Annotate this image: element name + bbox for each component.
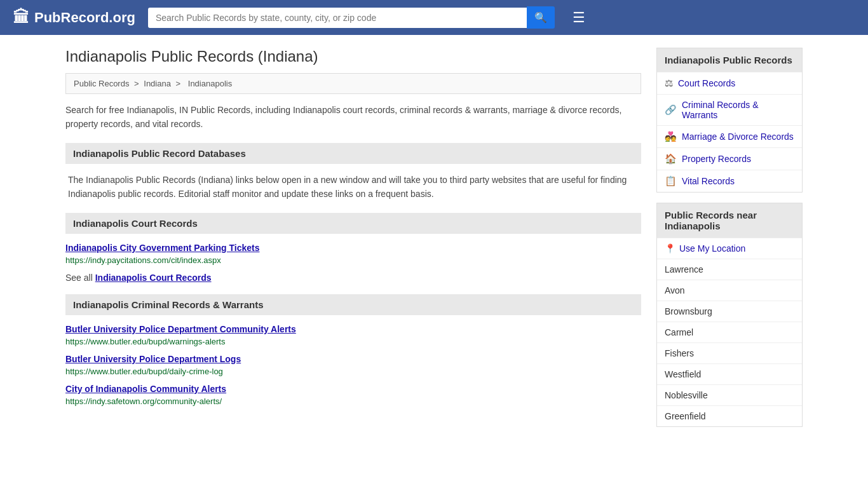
sidebar-box-nearby: Public Records near Indianapolis 📍 Use M… bbox=[656, 203, 803, 427]
page-title: Indianapolis Public Records (Indiana) bbox=[65, 48, 641, 65]
criminal-url-2: https://indy.safetown.org/community-aler… bbox=[65, 396, 641, 406]
main-container: Indianapolis Public Records (Indiana) Pu… bbox=[53, 35, 815, 450]
sidebar-use-location[interactable]: 📍 Use My Location bbox=[657, 238, 802, 259]
sidebar-nearby-carmel[interactable]: Carmel bbox=[657, 322, 802, 342]
use-location-label: Use My Location bbox=[679, 243, 745, 254]
court-link-0[interactable]: Indianapolis City Government Parking Tic… bbox=[65, 243, 641, 253]
marriage-icon: 💑 bbox=[665, 131, 677, 142]
hamburger-button[interactable]: ☰ bbox=[573, 10, 585, 26]
sidebar-vital-label: Vital Records bbox=[682, 176, 735, 186]
sidebar-property-label: Property Records bbox=[682, 154, 751, 164]
databases-header: Indianapolis Public Record Databases bbox=[65, 143, 641, 164]
logo[interactable]: 🏛 PubRecord.org bbox=[13, 8, 135, 27]
breadcrumb-indiana[interactable]: Indiana bbox=[144, 79, 171, 88]
logo-icon: 🏛 bbox=[13, 8, 29, 27]
sidebar-nearby-lawrence[interactable]: Lawrence bbox=[657, 259, 802, 280]
court-icon: ⚖ bbox=[665, 78, 673, 89]
header: 🏛 PubRecord.org 🔍 ☰ bbox=[0, 0, 868, 35]
location-pin-icon: 📍 bbox=[665, 243, 675, 254]
logo-text: PubRecord.org bbox=[34, 10, 135, 26]
court-url-0: https://indy.paycitations.com/cit/index.… bbox=[65, 255, 641, 265]
sidebar-nearby-noblesville[interactable]: Noblesville bbox=[657, 384, 802, 405]
criminal-url-0: https://www.butler.edu/bupd/warnings-ale… bbox=[65, 337, 641, 346]
see-all-court-link[interactable]: Indianapolis Court Records bbox=[95, 273, 212, 283]
criminal-icon: 🔗 bbox=[665, 104, 677, 116]
breadcrumb-public-records[interactable]: Public Records bbox=[74, 79, 129, 88]
sidebar-nearby-title: Public Records near Indianapolis bbox=[657, 203, 802, 238]
property-icon: 🏠 bbox=[665, 153, 677, 165]
sidebar-nearby-fishers[interactable]: Fishers bbox=[657, 342, 802, 363]
databases-desc: The Indianapolis Public Records (Indiana… bbox=[65, 173, 641, 201]
breadcrumb-sep-1: > bbox=[134, 79, 141, 88]
search-container: 🔍 bbox=[148, 6, 555, 29]
sidebar-marriage-label: Marriage & Divorce Records bbox=[682, 132, 794, 142]
sidebar-nearby-avon[interactable]: Avon bbox=[657, 280, 802, 301]
content-area: Indianapolis Public Records (Indiana) Pu… bbox=[65, 48, 641, 437]
sidebar-item-vital[interactable]: 📋 Vital Records bbox=[657, 170, 802, 192]
breadcrumb: Public Records > Indiana > Indianapolis bbox=[65, 73, 641, 94]
criminal-url-1: https://www.butler.edu/bupd/daily-crime-… bbox=[65, 367, 641, 376]
sidebar: Indianapolis Public Records ⚖ Court Reco… bbox=[656, 48, 803, 437]
sidebar-item-marriage[interactable]: 💑 Marriage & Divorce Records bbox=[657, 125, 802, 147]
sidebar-nearby-greenfield[interactable]: Greenfield bbox=[657, 405, 802, 426]
breadcrumb-sep-2: > bbox=[176, 79, 183, 88]
criminal-records-header: Indianapolis Criminal Records & Warrants bbox=[65, 294, 641, 315]
sidebar-item-criminal[interactable]: 🔗 Criminal Records & Warrants bbox=[657, 94, 802, 125]
court-records-header: Indianapolis Court Records bbox=[65, 213, 641, 234]
sidebar-item-court[interactable]: ⚖ Court Records bbox=[657, 72, 802, 94]
breadcrumb-indianapolis: Indianapolis bbox=[188, 79, 232, 88]
see-all-court: See all Indianapolis Court Records bbox=[65, 273, 641, 283]
vital-icon: 📋 bbox=[665, 175, 677, 187]
sidebar-court-label: Court Records bbox=[678, 78, 735, 88]
search-input[interactable] bbox=[148, 8, 527, 28]
sidebar-records-title: Indianapolis Public Records bbox=[657, 48, 802, 72]
sidebar-nearby-brownsburg[interactable]: Brownsburg bbox=[657, 301, 802, 322]
sidebar-criminal-label: Criminal Records & Warrants bbox=[682, 100, 794, 120]
search-button[interactable]: 🔍 bbox=[527, 6, 555, 29]
sidebar-item-property[interactable]: 🏠 Property Records bbox=[657, 147, 802, 170]
sidebar-nearby-westfield[interactable]: Westfield bbox=[657, 363, 802, 384]
sidebar-box-records: Indianapolis Public Records ⚖ Court Reco… bbox=[656, 48, 803, 193]
criminal-link-0[interactable]: Butler University Police Department Comm… bbox=[65, 324, 641, 334]
criminal-link-1[interactable]: Butler University Police Department Logs bbox=[65, 354, 641, 364]
intro-text: Search for free Indianapolis, IN Public … bbox=[65, 103, 641, 132]
criminal-link-2[interactable]: City of Indianapolis Community Alerts bbox=[65, 384, 641, 394]
